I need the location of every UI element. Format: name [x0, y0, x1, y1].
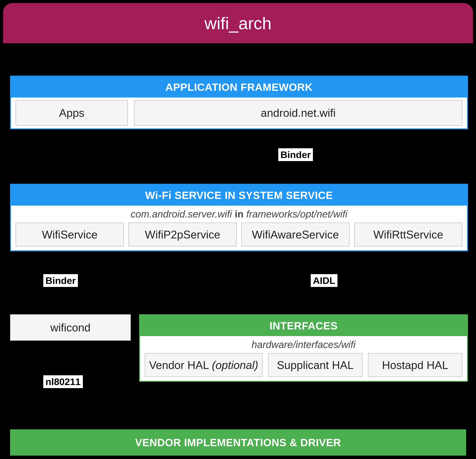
arrow-head-up-ifv	[322, 384, 329, 390]
interfaces-subtitle: hardware/interfaces/wifi	[140, 336, 467, 353]
diagram-canvas: wifi_arch APPLICATION FRAMEWORK Apps and…	[0, 0, 476, 459]
box-wifi-p2p-service: WifiP2pService	[128, 222, 237, 246]
title-text: wifi_arch	[204, 13, 272, 33]
interfaces-body: hardware/interfaces/wifi Vendor HAL (opt…	[140, 336, 467, 381]
application-framework-body: Apps android.net.wifi	[11, 98, 467, 128]
edge-label-aidl: AIDL	[311, 274, 338, 287]
edge-label-nl80211: nl80211	[43, 375, 83, 388]
arrow-head-up-nl80211	[67, 345, 74, 350]
vendor-hal-note: (optional)	[212, 359, 258, 371]
arrow-interfaces-to-vendor	[325, 385, 326, 423]
title-bar: wifi_arch	[3, 3, 473, 43]
box-android-net-wifi: android.net.wifi	[134, 100, 462, 126]
system-service-subtitle: com.android.server.wifi in frameworks/op…	[11, 205, 467, 222]
edge-label-binder-wificond: Binder	[43, 274, 78, 287]
interfaces-panel: INTERFACES hardware/interfaces/wifi Vend…	[139, 314, 468, 382]
system-service-in: in	[235, 208, 244, 220]
box-hostapd-hal: Hostapd HAL	[368, 353, 462, 377]
vendor-implementations-bar: VENDOR IMPLEMENTATIONS & DRIVER	[10, 429, 466, 456]
arrow-head-down-ifv	[322, 423, 329, 428]
arrow-head-down-interfaces	[322, 309, 329, 314]
application-framework-header: APPLICATION FRAMEWORK	[11, 77, 467, 98]
application-framework-panel: APPLICATION FRAMEWORK Apps android.net.w…	[10, 76, 468, 129]
arrow-head-up-af	[294, 132, 301, 138]
system-service-panel: Wi-Fi SERVICE IN SYSTEM SERVICE com.andr…	[10, 184, 468, 251]
arrow-head-up-wificond	[67, 256, 74, 261]
box-wificond: wificond	[10, 314, 131, 341]
system-service-path: frameworks/opt/net/wifi	[246, 208, 347, 220]
box-apps: Apps	[16, 100, 128, 126]
edge-label-binder-top: Binder	[278, 148, 313, 161]
interfaces-header: INTERFACES	[140, 315, 467, 336]
arrow-head-down-nl80211	[67, 423, 74, 428]
box-supplicant-hal: Supplicant HAL	[268, 353, 363, 377]
box-wifi-aware-service: WifiAwareService	[241, 222, 349, 246]
arrow-head-down-wificond	[67, 309, 74, 314]
box-wifi-service: WifiService	[16, 222, 124, 246]
box-vendor-hal: Vendor HAL (optional)	[145, 353, 263, 377]
arrow-head-down-ss	[294, 178, 301, 183]
system-service-header: Wi-Fi SERVICE IN SYSTEM SERVICE	[11, 185, 467, 205]
arrow-head-up-interfaces	[322, 256, 329, 261]
vendor-hal-label: Vendor HAL	[149, 359, 209, 371]
system-service-pkg: com.android.server.wifi	[131, 208, 232, 220]
system-service-body: com.android.server.wifi in frameworks/op…	[11, 205, 467, 250]
box-wifi-rtt-service: WifiRttService	[354, 222, 462, 246]
